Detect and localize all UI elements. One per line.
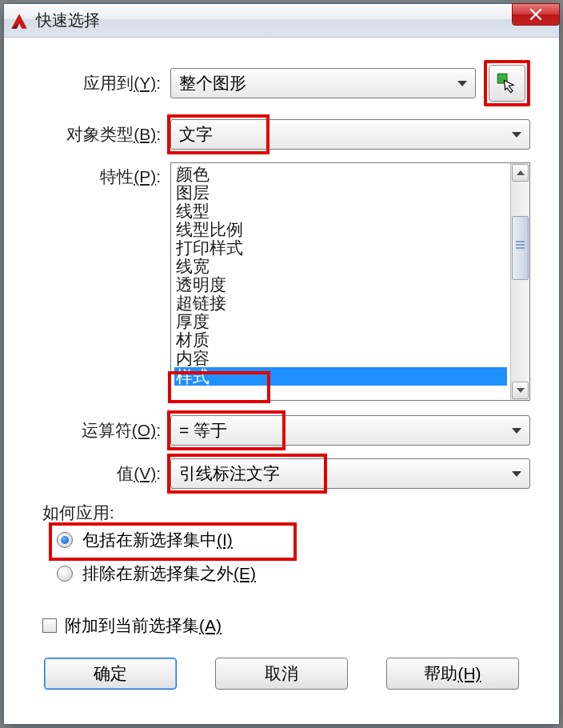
radio-exclude-row[interactable]: 排除在新选择集之外(E) [57,562,530,585]
properties-label: 特性(P): [33,162,170,188]
value-row: 值(V): 引线标注文字 [33,458,530,489]
property-item[interactable]: 内容 [174,349,507,367]
ok-button[interactable]: 确定 [44,658,177,690]
property-item[interactable]: 图层 [174,183,507,202]
properties-listbox[interactable]: 颜色图层线型线型比例打印样式线宽透明度超链接厚度材质内容样式 [170,162,530,401]
scrollbar [510,163,529,400]
chevron-down-icon [457,81,467,86]
value-label: 值(V): [33,462,170,485]
property-item[interactable]: 厚度 [174,312,507,330]
scroll-up-button[interactable] [512,164,529,182]
operator-row: 运算符(O): = 等于 [33,415,530,446]
apply-to-value: 整个图形 [179,72,246,94]
operator-label: 运算符(O): [33,419,170,442]
append-check-label: 附加到当前选择集(A) [65,614,222,637]
chevron-down-icon [512,471,521,477]
properties-row: 特性(P): 颜色图层线型线型比例打印样式线宽透明度超链接厚度材质内容样式 [33,162,530,401]
property-item[interactable]: 超链接 [174,294,507,312]
titlebar: 快速选择 [4,4,559,38]
highlight-annotation [167,454,327,494]
window-title: 快速选择 [36,10,554,31]
property-item[interactable]: 线型比例 [174,220,507,238]
select-objects-button[interactable] [489,65,525,102]
object-type-label: 对象类型(B): [33,123,170,146]
property-item[interactable]: 线型 [174,202,507,220]
help-button[interactable]: 帮助(H) [386,658,519,690]
property-item[interactable]: 透明度 [174,275,507,294]
append-check-row[interactable]: 附加到当前选择集(A) [42,614,530,637]
scroll-thumb[interactable] [512,216,529,280]
highlight-annotation [167,114,270,154]
property-item[interactable]: 线宽 [174,257,507,275]
apply-to-dropdown[interactable]: 整个图形 [170,68,476,98]
scroll-track[interactable] [511,182,529,381]
chevron-down-icon [512,428,521,434]
app-icon [9,10,30,31]
append-checkbox[interactable] [42,618,57,633]
radio-exclude[interactable] [57,566,73,582]
scroll-down-button[interactable] [512,382,529,399]
object-type-row: 对象类型(B): 文字 [33,119,530,150]
property-item[interactable]: 材质 [174,330,507,349]
cancel-button[interactable]: 取消 [215,658,348,690]
apply-to-label: 应用到(Y): [33,72,170,94]
close-button[interactable] [512,3,560,26]
property-item[interactable]: 颜色 [174,165,507,183]
apply-to-row: 应用到(Y): 整个图形 [33,60,530,106]
separator [33,599,530,600]
quick-select-dialog: 快速选择 应用到(Y): 整个图形 对象类型(B): [3,3,560,725]
chevron-down-icon [512,132,521,138]
how-apply-label: 如何应用: [42,502,530,524]
radio-exclude-label: 排除在新选择集之外(E) [82,562,256,585]
highlight-annotation [49,522,297,561]
property-item[interactable]: 打印样式 [174,238,507,257]
highlight-annotation [168,371,270,403]
highlight-annotation [167,410,285,450]
button-row: 确定 取消 帮助(H) [33,658,530,690]
dialog-content: 应用到(Y): 整个图形 对象类型(B): 文字 [4,38,559,706]
